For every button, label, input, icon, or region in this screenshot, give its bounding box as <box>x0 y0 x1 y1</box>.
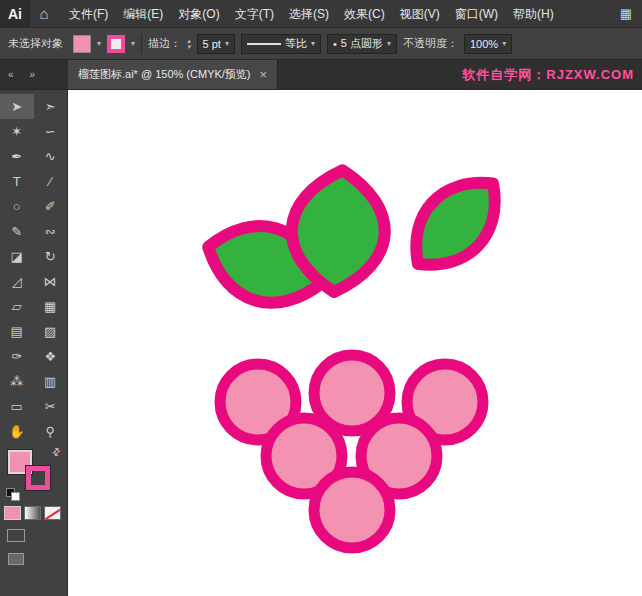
mesh-tool[interactable]: ▤ <box>0 319 34 344</box>
stroke-swatch[interactable] <box>26 466 50 490</box>
expand-panel-icon[interactable]: » <box>30 69 36 80</box>
swap-fill-stroke-icon[interactable]: ⇄ <box>49 445 63 459</box>
gradient-tool[interactable]: ▨ <box>34 319 68 344</box>
menu-item[interactable]: 文字(T) <box>228 0 281 28</box>
home-icon[interactable]: ⌂ <box>30 5 58 22</box>
opacity-field[interactable]: 100% ▾ <box>464 34 512 54</box>
brush-dropdown[interactable]: • 5 点圆形 ▾ <box>327 34 397 54</box>
illustrator-window: Ai ⌂ 文件(F)编辑(E)对象(O)文字(T)选择(S)效果(C)视图(V)… <box>0 0 642 596</box>
width-profile-dropdown[interactable]: 等比 ▾ <box>241 34 321 54</box>
eraser-tool[interactable]: ◪ <box>0 244 34 269</box>
menu-item[interactable]: 文件(F) <box>62 0 115 28</box>
menu-item[interactable]: 对象(O) <box>171 0 226 28</box>
selection-tool[interactable]: ➤ <box>0 94 34 119</box>
hand-tool[interactable]: ✋ <box>0 419 34 444</box>
grape-circle[interactable] <box>314 472 390 548</box>
artwork-svg <box>68 90 642 596</box>
menu-item[interactable]: 视图(V) <box>393 0 447 28</box>
selection-status: 未选择对象 <box>8 36 63 51</box>
stepper-down-icon[interactable]: ▾ <box>187 44 191 50</box>
magic-wand-tool[interactable]: ✶ <box>0 119 34 144</box>
free-transform-tool[interactable]: ▱ <box>0 294 34 319</box>
none-button[interactable] <box>44 506 61 520</box>
symbol-sprayer-tool[interactable]: ⁂ <box>0 369 34 394</box>
pen-tool[interactable]: ✒ <box>0 144 34 169</box>
stroke-color-swatch[interactable] <box>107 35 125 53</box>
watermark-text: 软件自学网：RJZXW.COM <box>462 60 642 89</box>
eyedropper-tool[interactable]: ✑ <box>0 344 34 369</box>
stroke-profile-line-icon <box>247 43 281 45</box>
curvature-tool[interactable]: ∿ <box>34 144 68 169</box>
menu-bar: Ai ⌂ 文件(F)编辑(E)对象(O)文字(T)选择(S)效果(C)视图(V)… <box>0 0 642 28</box>
app-logo[interactable]: Ai <box>0 0 30 28</box>
stroke-color-dropdown-icon[interactable]: ▾ <box>131 39 135 48</box>
workspace-switcher-icon[interactable]: ▦ <box>620 6 632 21</box>
paint-mode-buttons <box>0 500 67 520</box>
type-tool[interactable]: T <box>0 169 34 194</box>
menu-item[interactable]: 编辑(E) <box>116 0 170 28</box>
color-button[interactable] <box>4 506 21 520</box>
tab-bar: « » 榴莲图标.ai* @ 150% (CMYK/预览) × 软件自学网：RJ… <box>0 60 642 90</box>
brush-dropdown-icon[interactable]: ▾ <box>387 39 391 48</box>
column-graph-tool[interactable]: ▥ <box>34 369 68 394</box>
drawing-modes-button[interactable] <box>7 529 25 542</box>
fill-color-dropdown-icon[interactable]: ▾ <box>97 39 101 48</box>
scale-tool[interactable]: ◿ <box>0 269 34 294</box>
menu-item[interactable]: 效果(C) <box>337 0 392 28</box>
rotate-tool[interactable]: ↻ <box>34 244 68 269</box>
width-profile-dropdown-icon[interactable]: ▾ <box>311 39 315 48</box>
tools-panel: ➤➣✶∽✒∿T∕○✐✎∾◪↻◿⋈▱▦▤▨✑❖⁂▥▭✂✋⚲ ⇄ <box>0 90 68 596</box>
line-segment-tool[interactable]: ∕ <box>34 169 68 194</box>
menu-item[interactable]: 选择(S) <box>282 0 336 28</box>
stroke-weight-label: 描边： <box>148 36 181 51</box>
paintbrush-tool[interactable]: ✐ <box>34 194 68 219</box>
stroke-weight-dropdown-icon[interactable]: ▾ <box>225 39 229 48</box>
opacity-label: 不透明度： <box>403 36 458 51</box>
opacity-dropdown-icon[interactable]: ▾ <box>502 39 506 48</box>
stroke-weight-field[interactable]: 5 pt ▾ <box>197 34 235 54</box>
brush-dot-icon: • <box>333 38 337 50</box>
canvas[interactable] <box>68 90 642 596</box>
perspective-grid-tool[interactable]: ▦ <box>34 294 68 319</box>
screen-mode-button[interactable] <box>8 553 24 565</box>
blend-tool[interactable]: ❖ <box>34 344 68 369</box>
menu-bar-items: 文件(F)编辑(E)对象(O)文字(T)选择(S)效果(C)视图(V)窗口(W)… <box>62 0 561 28</box>
leaf-shape[interactable] <box>395 162 516 285</box>
slice-tool[interactable]: ✂ <box>34 394 68 419</box>
workspace-body: ➤➣✶∽✒∿T∕○✐✎∾◪↻◿⋈▱▦▤▨✑❖⁂▥▭✂✋⚲ ⇄ <box>0 90 642 596</box>
panel-toggle-area: « » <box>0 60 68 89</box>
document-tab-title: 榴莲图标.ai* @ 150% (CMYK/预览) <box>78 67 251 82</box>
separator <box>141 34 142 54</box>
stroke-weight-value: 5 pt <box>203 38 221 50</box>
stroke-weight-stepper[interactable]: ▴ ▾ <box>187 38 191 50</box>
artboard-tool[interactable]: ▭ <box>0 394 34 419</box>
default-colors-icon[interactable] <box>6 488 20 500</box>
collapse-panel-icon[interactable]: « <box>8 69 14 80</box>
menu-item[interactable]: 帮助(H) <box>506 0 561 28</box>
brush-definition-value: 5 点圆形 <box>341 36 383 51</box>
shaper-tool[interactable]: ∾ <box>34 219 68 244</box>
document-tab[interactable]: 榴莲图标.ai* @ 150% (CMYK/预览) × <box>68 60 278 89</box>
opacity-value: 100% <box>470 38 498 50</box>
width-profile-value: 等比 <box>285 36 307 51</box>
menu-item[interactable]: 窗口(W) <box>448 0 505 28</box>
zoom-tool[interactable]: ⚲ <box>34 419 68 444</box>
tab-close-icon[interactable]: × <box>260 67 268 82</box>
fill-stroke-widget: ⇄ <box>4 448 63 500</box>
direct-selection-tool[interactable]: ➣ <box>34 94 68 119</box>
gradient-button[interactable] <box>24 506 41 520</box>
ellipse-tool[interactable]: ○ <box>0 194 34 219</box>
pencil-tool[interactable]: ✎ <box>0 219 34 244</box>
width-tool[interactable]: ⋈ <box>34 269 68 294</box>
tool-grid: ➤➣✶∽✒∿T∕○✐✎∾◪↻◿⋈▱▦▤▨✑❖⁂▥▭✂✋⚲ <box>0 90 67 444</box>
lasso-tool[interactable]: ∽ <box>34 119 68 144</box>
control-bar: 未选择对象 ▾ ▾ 描边： ▴ ▾ 5 pt ▾ 等比 ▾ • 5 点圆形 ▾ … <box>0 28 642 60</box>
fill-color-swatch[interactable] <box>73 35 91 53</box>
